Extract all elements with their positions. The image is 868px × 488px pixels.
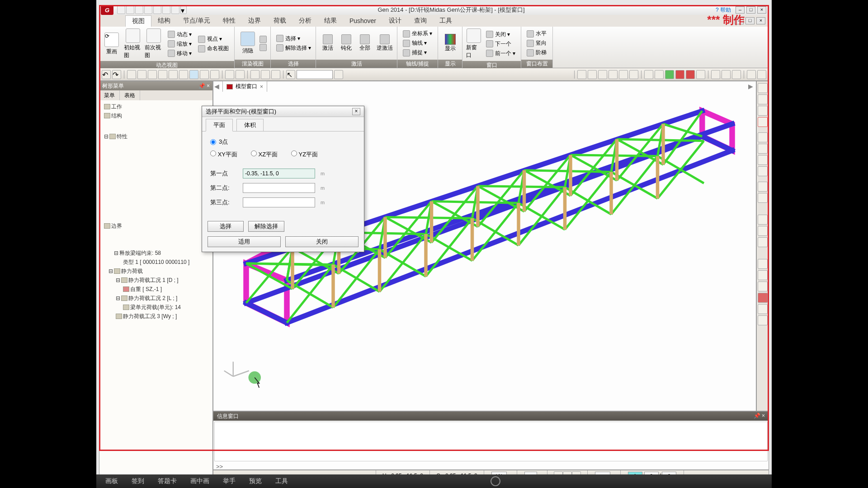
cursor-button[interactable]: ↖: [286, 70, 295, 79]
dynamic-button[interactable]: 动态 ▾: [166, 30, 193, 39]
unselect-button[interactable]: 解除选择 ▾: [274, 44, 313, 52]
menu-view[interactable]: 视图: [125, 15, 151, 27]
rt-button[interactable]: [758, 304, 768, 314]
horizontal-button[interactable]: 水平: [525, 29, 548, 38]
tool-button[interactable]: [250, 70, 259, 79]
tool-button[interactable]: [577, 70, 586, 79]
named-view-button[interactable]: 命名视图: [196, 44, 231, 53]
tool-button[interactable]: [757, 70, 766, 79]
tree-node[interactable]: 类型 1 [ 0000110 0000110 ]: [101, 258, 211, 267]
tab-nav-right[interactable]: ▶: [748, 83, 753, 90]
tree-node[interactable]: 梁单元荷载(单元): 14: [101, 303, 211, 312]
close-icon[interactable]: ×: [260, 84, 263, 90]
tool-button[interactable]: [271, 70, 280, 79]
tree-tab-menu[interactable]: 菜单: [99, 90, 120, 100]
display-button[interactable]: 显示: [442, 34, 458, 52]
tool-button[interactable]: [655, 70, 664, 79]
next-window-button[interactable]: 下一个: [484, 40, 517, 48]
pin-icon[interactable]: 📌: [198, 83, 205, 89]
tool-button[interactable]: [644, 70, 653, 79]
new-window-button[interactable]: 新窗口: [466, 28, 481, 59]
tab-pip[interactable]: 画中画: [190, 477, 209, 485]
tool-button[interactable]: [210, 70, 219, 79]
close-button[interactable]: ×: [757, 6, 766, 14]
tool-button[interactable]: [722, 70, 731, 79]
qat-btn[interactable]: [171, 6, 179, 14]
tool-button[interactable]: [158, 70, 167, 79]
rt-button[interactable]: [758, 83, 768, 93]
close-dialog-button[interactable]: 关闭: [285, 236, 359, 247]
rt-button[interactable]: [758, 155, 768, 165]
deactivate-button[interactable]: 钝化: [338, 34, 354, 52]
tree-node[interactable]: ⊟ 静力荷载工况 1 [D ; ]: [101, 276, 211, 285]
rt-button[interactable]: [758, 94, 768, 104]
point2-input[interactable]: [243, 183, 315, 193]
rt-button[interactable]: [758, 226, 768, 236]
tool-button[interactable]: [148, 70, 157, 79]
pan-button[interactable]: 移动 ▾: [166, 49, 193, 58]
activate-button[interactable]: 激活: [320, 34, 335, 52]
menu-query[interactable]: 查询: [408, 15, 433, 26]
rt-button[interactable]: [758, 144, 768, 154]
menu-analysis[interactable]: 分析: [292, 15, 318, 26]
unselect-button[interactable]: 解除选择: [248, 221, 284, 232]
qat-btn[interactable]: [126, 6, 134, 14]
tab-canvas[interactable]: 画板: [105, 477, 118, 485]
rt-button[interactable]: [758, 132, 768, 142]
tool-button[interactable]: [675, 70, 684, 79]
radio-xz[interactable]: [251, 150, 257, 156]
tab-quiz[interactable]: 答题卡: [158, 477, 177, 485]
render-icon[interactable]: [259, 36, 267, 43]
tool-button[interactable]: [609, 70, 618, 79]
select-button[interactable]: 选择 ▾: [274, 34, 313, 43]
tool-button[interactable]: [137, 70, 146, 79]
zoom-button[interactable]: 缩放 ▾: [166, 40, 193, 48]
tab-plane[interactable]: 平面: [206, 119, 233, 131]
tab-volume[interactable]: 体积: [236, 119, 264, 131]
tab-raise-hand[interactable]: 举手: [223, 477, 236, 485]
tool-button[interactable]: [200, 70, 209, 79]
model-viewport[interactable]: ◀ 模型窗口 × ▶: [213, 81, 756, 411]
radio-3point[interactable]: [210, 139, 216, 145]
rt-button[interactable]: [758, 182, 768, 192]
tool-button[interactable]: [629, 70, 638, 79]
tool-button[interactable]: [696, 70, 705, 79]
render-icon[interactable]: [259, 44, 267, 51]
tree-node[interactable]: 边界: [101, 221, 211, 230]
menu-structure[interactable]: 结构: [151, 15, 177, 26]
tree-node[interactable]: ⊟ 特性: [101, 132, 211, 141]
tool-button[interactable]: [686, 70, 695, 79]
viewpoint-button[interactable]: 视点 ▾: [196, 35, 231, 43]
cascade-button[interactable]: 阶梯: [525, 48, 548, 57]
qat-btn[interactable]: [117, 6, 125, 14]
qat-btn[interactable]: [153, 6, 161, 14]
point1-input[interactable]: [243, 169, 315, 178]
rt-button[interactable]: [758, 293, 768, 303]
qat-btn[interactable]: [135, 6, 143, 14]
radio-xy[interactable]: [210, 150, 216, 156]
maximize-button[interactable]: □: [746, 6, 755, 14]
radio-yz[interactable]: [291, 150, 297, 156]
snap-button[interactable]: 捕捉 ▾: [401, 48, 434, 57]
grid-button[interactable]: 轴线 ▾: [401, 39, 434, 47]
tool-button[interactable]: [619, 70, 628, 79]
apply-button[interactable]: 适用: [208, 236, 281, 247]
tree-node[interactable]: ⊟ 释放梁端约束: 58: [101, 249, 211, 258]
hidden-line-button[interactable]: 消隐: [238, 32, 257, 55]
tool-button[interactable]: [169, 70, 178, 79]
prev-view-button[interactable]: 前次视图: [145, 28, 163, 59]
select-button[interactable]: 选择: [208, 221, 244, 232]
tool-button[interactable]: [261, 70, 270, 79]
tree-node[interactable]: 结构: [101, 111, 211, 120]
dialog-close-button[interactable]: ×: [352, 108, 360, 115]
pin-icon[interactable]: 📌: [754, 413, 760, 419]
menu-boundary[interactable]: 边界: [242, 15, 267, 26]
tool-button[interactable]: [732, 70, 741, 79]
tab-tools[interactable]: 工具: [275, 477, 288, 485]
tree-node[interactable]: 工作: [101, 102, 211, 111]
rt-button[interactable]: [758, 270, 768, 280]
tool-button[interactable]: [179, 70, 188, 79]
qat-btn[interactable]: [144, 6, 152, 14]
tab-signin[interactable]: 签到: [132, 477, 144, 485]
rt-button[interactable]: [758, 259, 768, 269]
